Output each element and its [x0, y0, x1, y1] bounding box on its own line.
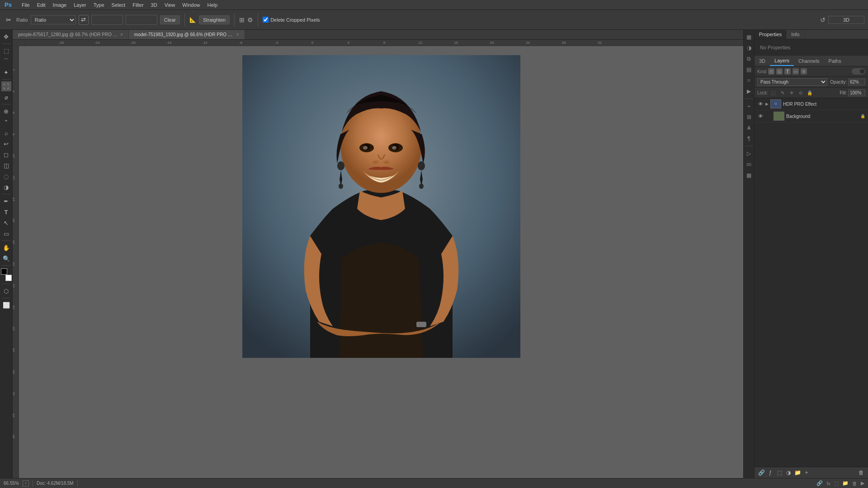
straighten-button[interactable]: Straighten	[199, 15, 230, 24]
fill-input[interactable]	[848, 89, 865, 96]
menu-select[interactable]: Select	[108, 1, 129, 9]
filter-adjust-icon[interactable]: ◱	[776, 68, 783, 75]
document-tab-2[interactable]: model-751983_1920.jpg @ 66.6% (HDR PRO E…	[129, 30, 245, 39]
history-brush-tool[interactable]: ↩	[1, 139, 11, 149]
swap-button[interactable]: ⇄	[79, 15, 89, 25]
ratio-select[interactable]: Ratio 1:1 4:5 16:9	[31, 15, 76, 24]
lock-image-icon[interactable]: ✎	[779, 89, 786, 96]
layer-expand-hdr[interactable]: ▶	[765, 102, 769, 106]
layer-item-background[interactable]: 👁 Background 🔒	[755, 110, 868, 122]
menu-layer[interactable]: Layer	[70, 1, 90, 9]
pen-tool[interactable]: ✒	[1, 196, 11, 206]
status-link-icon[interactable]: 🔗	[816, 480, 823, 486]
menu-3d[interactable]: 3D	[147, 1, 161, 9]
tab-properties[interactable]: Properties	[755, 30, 787, 39]
opacity-input[interactable]	[848, 79, 865, 85]
link-layers-btn[interactable]: 🔗	[757, 469, 765, 477]
channels-icon[interactable]: ▤	[745, 65, 754, 74]
paragraph-icon[interactable]: ¶	[745, 134, 754, 143]
lock-all-icon[interactable]: 🔒	[806, 89, 813, 96]
create-layer-btn[interactable]: +	[802, 469, 811, 477]
layer-tab-layers[interactable]: Layers	[770, 56, 794, 66]
lasso-tool[interactable]: ⌒	[1, 56, 11, 66]
layer-tab-channels[interactable]: Channels	[794, 56, 824, 66]
filter-shape-icon[interactable]: ▭	[793, 68, 799, 75]
clone-stamp-tool[interactable]: ⌕	[1, 128, 11, 138]
add-mask-btn[interactable]: ⬚	[775, 469, 783, 477]
delete-cropped-option[interactable]: Delete Cropped Pixels	[263, 17, 320, 23]
status-add-icon[interactable]: ⬚	[834, 480, 839, 486]
layer-item-hdr-pro[interactable]: 👁 ▶ ⧉ HDR PRO Effect	[755, 98, 868, 110]
move-tool[interactable]: ✥	[1, 32, 11, 42]
magic-wand-tool[interactable]: ✦	[1, 67, 11, 77]
status-arrow-icon[interactable]: ▶	[861, 480, 864, 486]
stats-icon[interactable]: ▦	[745, 171, 754, 180]
lock-pixels-icon[interactable]: ⬚	[770, 89, 777, 96]
menu-help[interactable]: Help	[203, 1, 221, 9]
menu-window[interactable]: Window	[179, 1, 203, 9]
histogram-icon[interactable]: ▦	[745, 33, 754, 42]
layer-tab-paths[interactable]: Paths	[824, 56, 846, 66]
text-tool[interactable]: T	[1, 207, 11, 217]
tab-info[interactable]: Info	[787, 30, 804, 39]
zoom-warning-icon[interactable]: !	[23, 480, 29, 487]
crop-tool-icon[interactable]: ✂	[4, 15, 14, 25]
rectangular-marquee-tool[interactable]: ⬚	[1, 46, 11, 56]
status-fx-icon[interactable]: fx	[826, 481, 830, 486]
tab-1-close[interactable]: ×	[120, 32, 123, 37]
blend-mode-select[interactable]: Pass Through Normal Multiply Screen Over…	[757, 78, 827, 86]
menu-filter[interactable]: Filter	[129, 1, 147, 9]
path-selection-tool[interactable]: ↖	[1, 218, 11, 228]
grid-icon[interactable]: ⊞	[239, 16, 245, 23]
dodge-tool[interactable]: ◑	[1, 182, 11, 192]
crop-tool[interactable]: ⛶	[1, 81, 11, 91]
ratio-width-input[interactable]	[91, 15, 123, 25]
quick-mask-mode[interactable]: ⬡	[1, 286, 11, 296]
screen-mode[interactable]: ⬜	[1, 300, 11, 310]
timeline-icon[interactable]: ▷	[745, 149, 754, 158]
healing-brush-tool[interactable]: ⊕	[1, 106, 11, 116]
delete-layer-btn[interactable]: 🗑	[857, 469, 865, 477]
canvas-viewport[interactable]	[19, 46, 743, 478]
zoom-tool[interactable]: 🔍	[1, 253, 11, 263]
menu-view[interactable]: View	[161, 1, 179, 9]
blur-tool[interactable]: ◌	[1, 171, 11, 181]
background-color[interactable]	[5, 275, 12, 281]
create-group-btn[interactable]: 📁	[793, 469, 802, 477]
hand-tool[interactable]: ✋	[1, 243, 11, 253]
3d-icon[interactable]: 3D	[745, 160, 754, 169]
status-trash-icon[interactable]: 🗑	[852, 481, 857, 486]
filter-type-icon[interactable]: T	[784, 68, 791, 75]
rotate-reset-icon[interactable]: ↺	[820, 16, 826, 23]
brush-tool[interactable]: ⌃	[1, 117, 11, 127]
character-icon[interactable]: A	[745, 123, 754, 132]
actions-icon[interactable]: ▶	[745, 87, 754, 96]
lock-artboard-icon[interactable]: ⊙	[797, 89, 804, 96]
adjustments-icon[interactable]: ◑	[745, 43, 754, 52]
status-folder-icon[interactable]: 📁	[842, 480, 849, 486]
layer-visibility-hdr[interactable]: 👁	[757, 101, 764, 107]
eyedropper-tool[interactable]: ⌀	[1, 92, 11, 102]
filter-toggle[interactable]	[852, 68, 865, 75]
foreground-color[interactable]	[1, 268, 7, 275]
color-swatches[interactable]	[1, 268, 12, 281]
lock-position-icon[interactable]: ✛	[788, 89, 795, 96]
document-tab-1[interactable]: people-875617_1280.jpg @ 66.7% (HDR PRO …	[13, 30, 129, 39]
layers-icon[interactable]: ⧉	[745, 54, 754, 63]
filter-pixel-icon[interactable]: ◰	[768, 68, 774, 75]
layer-visibility-bg[interactable]: 👁	[757, 113, 764, 119]
shape-tool[interactable]: ▭	[1, 229, 11, 239]
gradient-tool[interactable]: ◫	[1, 160, 11, 170]
add-style-btn[interactable]: ƒ	[766, 469, 774, 477]
menu-file[interactable]: File	[18, 1, 33, 9]
settings-icon[interactable]: ⚙	[247, 16, 253, 23]
paths-icon[interactable]: ⌗	[745, 76, 754, 85]
menu-image[interactable]: Image	[49, 1, 71, 9]
filter-smart-icon[interactable]: ⊘	[801, 68, 807, 75]
delete-cropped-checkbox[interactable]	[263, 17, 269, 23]
menu-type[interactable]: Type	[90, 1, 108, 9]
menu-edit[interactable]: Edit	[33, 1, 49, 9]
eraser-tool[interactable]: ◻	[1, 150, 11, 160]
layer-tab-3d[interactable]: 3D	[755, 56, 770, 66]
clear-button[interactable]: Clear	[160, 15, 180, 24]
